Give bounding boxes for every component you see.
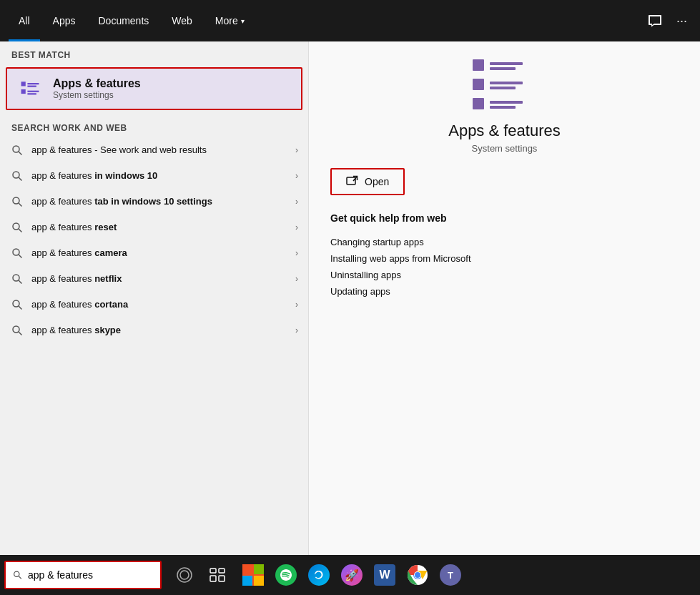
svg-rect-2	[27, 86, 36, 87]
svg-rect-4	[27, 91, 39, 92]
search-item-reset[interactable]: app & features reset ›	[0, 215, 308, 240]
svg-line-17	[19, 280, 22, 284]
search-item-netflix[interactable]: app & features netflix ›	[0, 266, 308, 292]
search-item-8-normal: app & features	[31, 325, 94, 335]
search-item-5-bold: camera	[94, 247, 127, 258]
help-link-webapps[interactable]: Installing web apps from Microsoft	[330, 250, 679, 267]
word-icon: W	[374, 564, 395, 586]
apps-features-icon	[17, 76, 43, 102]
search-item-1-suffix: - See work and web results	[92, 144, 207, 155]
search-icon-3	[10, 195, 24, 209]
svg-rect-23	[490, 62, 523, 65]
chevron-icon-7: ›	[295, 300, 298, 310]
open-button[interactable]: Open	[330, 168, 405, 195]
svg-rect-27	[490, 87, 516, 89]
svg-rect-45	[254, 576, 264, 586]
chevron-icon-5: ›	[295, 248, 298, 258]
task-view-btn[interactable]	[202, 559, 233, 591]
search-item-tab-windows10[interactable]: app & features tab in windows 10 setting…	[0, 189, 308, 215]
taskbar-apps: 🚀 W T	[237, 559, 466, 591]
svg-line-9	[19, 177, 22, 181]
search-item-camera[interactable]: app & features camera ›	[0, 240, 308, 266]
more-options-btn[interactable]: ···	[672, 9, 691, 33]
search-item-web[interactable]: app & features - See work and web result…	[0, 137, 308, 163]
main-area: Best match Apps & features System settin…	[0, 41, 700, 555]
svg-rect-28	[473, 98, 484, 109]
search-work-web-label: Search work and web	[0, 113, 308, 137]
edge-icon	[308, 564, 330, 586]
svg-line-11	[19, 203, 22, 207]
cortana-btn[interactable]	[169, 559, 200, 591]
tab-apps-label: Apps	[53, 15, 76, 26]
tab-all-label: All	[19, 15, 30, 26]
search-item-8-bold: skype	[94, 325, 121, 335]
search-icon-1	[10, 143, 24, 157]
help-link-updating[interactable]: Updating apps	[330, 283, 679, 300]
best-match-text: Apps & features System settings	[53, 77, 141, 100]
search-item-skype[interactable]: app & features skype ›	[0, 318, 308, 343]
rocket-icon: 🚀	[341, 564, 363, 586]
chevron-icon-6: ›	[295, 274, 298, 284]
svg-rect-25	[473, 79, 484, 90]
cortana-icon	[176, 566, 193, 584]
feedback-icon	[648, 14, 662, 28]
feedback-icon-btn[interactable]	[644, 9, 666, 32]
search-item-2-normal: app & features	[31, 170, 94, 181]
svg-point-12	[13, 223, 19, 230]
search-item-1-normal: app & features	[31, 144, 92, 155]
taskbar-app-rocket[interactable]: 🚀	[336, 559, 368, 591]
best-match-label: Best match	[0, 41, 308, 64]
search-icon-2	[10, 169, 24, 183]
svg-rect-24	[490, 67, 516, 70]
teams-icon: T	[440, 564, 461, 586]
search-item-windows10[interactable]: app & features in windows 10 ›	[0, 163, 308, 189]
svg-rect-31	[347, 177, 355, 185]
quick-help-title: Get quick help from web	[330, 212, 679, 224]
chevron-icon-1: ›	[295, 145, 298, 155]
taskbar-app-store[interactable]	[237, 559, 269, 591]
tab-web[interactable]: Web	[162, 0, 202, 41]
tab-documents[interactable]: Documents	[88, 0, 159, 41]
tab-more[interactable]: More ▾	[205, 0, 255, 41]
search-item-4-text: app & features reset	[31, 221, 288, 234]
tab-all[interactable]: All	[9, 0, 40, 41]
search-item-4-bold: reset	[94, 222, 117, 232]
help-link-startup[interactable]: Changing startup apps	[330, 234, 679, 250]
svg-rect-39	[210, 576, 216, 581]
svg-line-34	[19, 576, 21, 579]
taskbar-app-chrome[interactable]	[402, 559, 433, 591]
taskbar-search-box[interactable]	[4, 561, 162, 589]
left-panel: Best match Apps & features System settin…	[0, 41, 309, 555]
tab-web-label: Web	[172, 15, 192, 26]
svg-line-21	[19, 332, 22, 335]
open-icon	[346, 175, 359, 188]
chrome-icon	[407, 564, 428, 586]
tab-apps[interactable]: Apps	[43, 0, 86, 41]
svg-rect-0	[21, 82, 26, 86]
svg-line-13	[19, 229, 22, 232]
right-subtitle: System settings	[330, 143, 679, 154]
taskbar-search-icon	[13, 570, 22, 580]
svg-point-8	[13, 172, 19, 178]
svg-rect-26	[490, 82, 523, 84]
svg-point-35	[177, 568, 192, 582]
taskbar-app-edge[interactable]	[303, 559, 335, 591]
taskbar-app-teams[interactable]: T	[435, 559, 466, 591]
svg-point-10	[13, 197, 19, 204]
search-icon-5	[10, 246, 24, 260]
search-item-cortana[interactable]: app & features cortana ›	[0, 292, 308, 318]
taskbar-search-input[interactable]	[28, 569, 153, 581]
more-dots-icon: ···	[676, 14, 687, 29]
taskbar-app-spotify[interactable]	[270, 559, 302, 591]
best-match-item[interactable]: Apps & features System settings	[6, 67, 302, 110]
svg-line-7	[19, 152, 22, 155]
taskbar-app-word[interactable]: W	[369, 559, 400, 591]
top-bar: All Apps Documents Web More ▾ ···	[0, 0, 700, 41]
search-item-4-normal: app & features	[31, 222, 94, 232]
search-item-8-text: app & features skype	[31, 324, 288, 337]
search-item-2-bold: in windows 10	[94, 170, 157, 181]
help-link-uninstall[interactable]: Uninstalling apps	[330, 267, 679, 283]
svg-point-33	[14, 571, 19, 576]
best-match-title-normal: App	[53, 77, 75, 89]
search-icon-6	[10, 272, 24, 286]
